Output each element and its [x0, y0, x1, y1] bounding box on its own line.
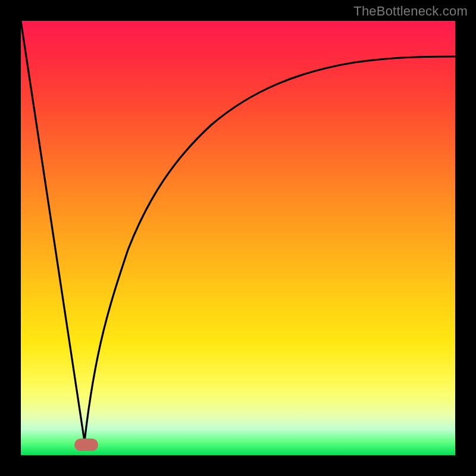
plot-area: [21, 21, 455, 455]
bottleneck-curve: [21, 21, 455, 455]
curve-path: [21, 21, 455, 441]
watermark-text: TheBottleneck.com: [353, 4, 468, 19]
chart-frame: TheBottleneck.com: [0, 0, 476, 476]
minimum-marker: [74, 439, 98, 451]
